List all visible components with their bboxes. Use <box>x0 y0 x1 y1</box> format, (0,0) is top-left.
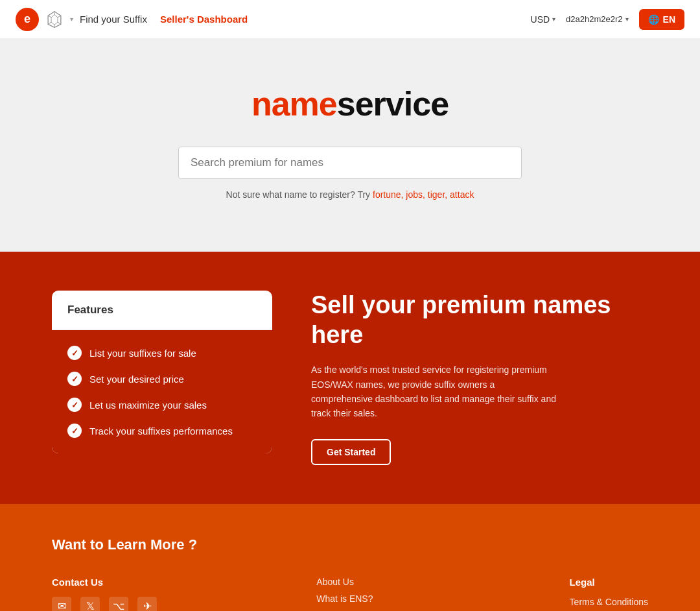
email-icon[interactable]: ✉ <box>52 597 71 611</box>
footer-social-icons: ✉ 𝕏 ⌥ ✈ <box>52 597 157 611</box>
wallet-chevron-icon: ▾ <box>625 16 629 23</box>
sell-section: Sell your premium names here As the worl… <box>311 291 648 465</box>
twitter-icon[interactable]: 𝕏 <box>80 597 100 611</box>
check-icon-4 <box>67 424 82 438</box>
nav-seller-dashboard[interactable]: Seller's Dashboard <box>160 14 248 25</box>
svg-line-4 <box>58 22 61 24</box>
feature-label-2: Set your desired price <box>89 374 184 385</box>
footer-contact-title: Contact Us <box>52 577 157 588</box>
dropdown-chevron-icon[interactable]: ▾ <box>70 16 73 23</box>
search-hint: Not sure what name to register? Try fort… <box>226 189 474 200</box>
feature-label-1: List your suffixes for sale <box>89 348 196 359</box>
footer-link-ens[interactable]: What is ENS? <box>316 593 410 604</box>
svg-marker-1 <box>51 14 58 25</box>
footer-col-contact: Contact Us ✉ 𝕏 ⌥ ✈ <box>52 577 157 611</box>
logo-e-icon: e <box>16 8 39 31</box>
lang-label: EN <box>663 14 675 25</box>
telegram-icon[interactable]: ✈ <box>137 597 157 611</box>
svg-line-3 <box>58 16 61 17</box>
wallet-selector[interactable]: d2a2h2m2e2r2 ▾ <box>566 14 628 24</box>
hint-text: Not sure what name to register? Try <box>226 189 373 200</box>
feature-label-4: Track your suffixes performances <box>89 425 233 437</box>
footer-columns: Contact Us ✉ 𝕏 ⌥ ✈ About Us What is ENS?… <box>52 577 648 611</box>
footer-learn-more: Want to Learn More ? <box>52 536 648 553</box>
svg-line-7 <box>48 16 51 17</box>
currency-selector[interactable]: USD ▾ <box>531 14 556 25</box>
footer-col-links: About Us What is ENS? Want to list your … <box>316 577 410 611</box>
github-icon[interactable]: ⌥ <box>109 597 128 611</box>
footer-legal-title: Legal <box>570 577 648 588</box>
footer-link-terms[interactable]: Terms & Conditions <box>570 597 648 607</box>
hero-title: nameservice <box>251 84 449 123</box>
check-icon-2 <box>67 372 82 386</box>
wallet-address: d2a2h2m2e2r2 <box>566 14 622 24</box>
feature-item-2: Set your desired price <box>67 372 257 386</box>
get-started-button[interactable]: Get Started <box>311 439 391 465</box>
check-icon-3 <box>67 398 82 412</box>
currency-chevron-icon: ▾ <box>552 16 555 23</box>
hero-title-name: name <box>251 85 337 123</box>
header-right: USD ▾ d2a2h2m2e2r2 ▾ 🌐 EN <box>531 9 684 30</box>
nav-find-suffix[interactable]: Find your Suffix <box>80 14 147 25</box>
feature-item-1: List your suffixes for sale <box>67 346 257 360</box>
footer-link-about[interactable]: About Us <box>316 577 410 587</box>
globe-icon: 🌐 <box>648 14 659 25</box>
footer: Want to Learn More ? Contact Us ✉ 𝕏 ⌥ ✈ … <box>0 504 700 611</box>
language-button[interactable]: 🌐 EN <box>639 9 684 30</box>
features-card-body: List your suffixes for sale Set your des… <box>52 330 272 453</box>
sell-title: Sell your premium names here <box>311 291 648 350</box>
hint-links[interactable]: fortune, jobs, tiger, attack <box>373 189 474 200</box>
logo-prism-icon <box>45 10 64 29</box>
footer-col-legal: Legal Terms & Conditions Privacy Policy <box>570 577 648 611</box>
features-card-header: Features <box>52 291 272 330</box>
search-input[interactable] <box>178 147 522 179</box>
feature-item-4: Track your suffixes performances <box>67 424 257 438</box>
header-left: e ▾ <box>16 8 73 31</box>
features-section: Features List your suffixes for sale Set… <box>0 252 700 504</box>
hero-title-service: service <box>337 85 449 123</box>
header-nav: Find your Suffix Seller's Dashboard <box>80 14 248 25</box>
features-card: Features List your suffixes for sale Set… <box>52 291 272 453</box>
check-icon-1 <box>67 346 82 360</box>
sell-description: As the world's most trusted service for … <box>311 363 557 421</box>
header: e ▾ Find your Suffix Seller's Dashboard … <box>0 0 700 39</box>
hero-section: nameservice Not sure what name to regist… <box>0 39 700 252</box>
currency-label: USD <box>531 14 550 25</box>
svg-line-6 <box>48 22 51 24</box>
feature-item-3: Let us maximize your sales <box>67 398 257 412</box>
feature-label-3: Let us maximize your sales <box>89 400 207 411</box>
